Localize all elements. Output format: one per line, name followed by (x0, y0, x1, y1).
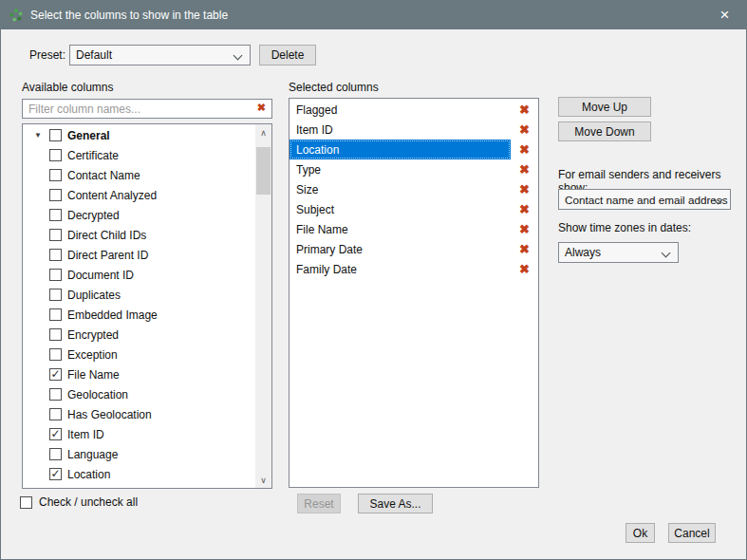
remove-column-icon[interactable]: ✖ (511, 120, 538, 140)
scroll-down-icon[interactable]: ∨ (255, 472, 271, 488)
dialog-title: Select the columns to show in the table (30, 9, 228, 22)
save-as-button[interactable]: Save As... (358, 494, 433, 513)
preset-value: Default (76, 48, 112, 62)
tree-item-row[interactable]: Direct Parent ID (23, 245, 255, 265)
item-checkbox[interactable] (49, 408, 62, 420)
tree-item-row[interactable]: Decrypted (23, 205, 255, 225)
remove-column-icon[interactable]: ✖ (511, 199, 538, 219)
clear-filter-icon[interactable]: ✖ (257, 102, 266, 114)
item-checkbox[interactable] (49, 149, 62, 161)
remove-column-icon[interactable]: ✖ (511, 179, 538, 199)
selected-columns-label: Selected columns (289, 81, 379, 94)
item-checkbox[interactable] (49, 388, 62, 401)
selected-column-label[interactable]: Family Date (289, 259, 511, 279)
tree-scrollbar[interactable]: ∧ ∨ (255, 124, 271, 488)
tree-item-row[interactable]: Embedded Image (23, 305, 255, 325)
cancel-button[interactable]: Cancel (668, 523, 716, 543)
move-up-button[interactable]: Move Up (558, 97, 651, 117)
preset-combobox[interactable]: Default (69, 45, 251, 65)
selected-column-label[interactable]: File Name (289, 219, 511, 239)
item-checkbox[interactable] (49, 209, 62, 221)
selected-column-row: Primary Date✖ (289, 239, 538, 259)
selected-column-row: Location✖ (289, 140, 538, 159)
timezone-combobox[interactable]: Always (558, 242, 679, 263)
move-down-button[interactable]: Move Down (558, 121, 651, 141)
check-uncheck-all-row[interactable]: Check / uncheck all (20, 495, 138, 509)
tree-group-row[interactable]: ▼General (23, 125, 255, 145)
selected-column-label[interactable]: Subject (289, 199, 511, 219)
item-checkbox[interactable] (49, 348, 62, 361)
title-bar: Select the columns to show in the table … (1, 1, 746, 29)
tree-item-row[interactable]: Contact Name (23, 165, 255, 185)
close-icon[interactable]: × (703, 1, 746, 29)
tree-item-row[interactable]: Content Analyzed (23, 185, 255, 205)
selected-column-label[interactable]: Size (289, 179, 511, 199)
filter-input[interactable] (22, 99, 272, 119)
item-checkbox[interactable] (49, 448, 62, 460)
expander-icon[interactable]: ▼ (34, 131, 49, 140)
selected-column-label[interactable]: Item ID (289, 120, 511, 140)
tree-item-row[interactable]: Document ID (23, 265, 255, 285)
item-checkbox[interactable] (49, 169, 62, 181)
ok-button[interactable]: Ok (626, 523, 655, 543)
check-uncheck-all-checkbox[interactable] (20, 496, 32, 509)
item-checkbox[interactable] (49, 308, 62, 321)
item-checkbox[interactable] (49, 129, 62, 141)
tree-item-label: Direct Child IDs (67, 229, 146, 242)
remove-column-icon[interactable]: ✖ (511, 100, 538, 120)
tree-item-row[interactable]: Geolocation (23, 384, 255, 404)
tree-item-row[interactable]: Certificate (23, 145, 255, 165)
selected-column-label[interactable]: Flagged (289, 100, 511, 120)
selected-column-label[interactable]: Location (289, 140, 511, 159)
delete-preset-button[interactable]: Delete (259, 45, 316, 65)
remove-column-icon[interactable]: ✖ (511, 259, 538, 279)
tree-item-row[interactable]: Language (23, 444, 255, 464)
remove-column-icon[interactable]: ✖ (511, 140, 538, 159)
item-checkbox[interactable]: ✓ (49, 468, 62, 480)
remove-column-icon[interactable]: ✖ (511, 219, 538, 239)
timezone-label: Show time zones in dates: (558, 221, 691, 234)
item-checkbox[interactable] (49, 229, 62, 241)
email-display-combobox[interactable]: Contact name and email address (558, 189, 731, 210)
selected-column-row: Size✖ (289, 179, 538, 199)
item-checkbox[interactable]: ✓ (49, 428, 62, 440)
timezone-value: Always (565, 246, 601, 259)
available-columns-label: Available columns (22, 81, 114, 94)
tree-item-row[interactable]: Direct Child IDs (23, 225, 255, 245)
tree-item-label: Exception (67, 348, 118, 362)
selected-column-label[interactable]: Type (289, 159, 511, 179)
selected-column-row: Type✖ (289, 159, 538, 179)
selected-column-row: Item ID✖ (289, 120, 538, 140)
remove-column-icon[interactable]: ✖ (511, 159, 538, 179)
scrollbar-thumb[interactable] (256, 147, 271, 195)
tree-item-label: Language (67, 448, 118, 461)
tree-item-row[interactable]: ✓Location (23, 464, 255, 484)
tree-item-label: Contact Name (67, 169, 140, 182)
email-display-value: Contact name and email address (565, 194, 728, 206)
app-logo-icon (9, 8, 24, 23)
item-checkbox[interactable] (49, 289, 62, 301)
tree-item-label: Content Analyzed (67, 189, 157, 202)
scroll-up-icon[interactable]: ∧ (255, 124, 271, 140)
tree-item-row[interactable]: Exception (23, 345, 255, 364)
item-checkbox[interactable] (49, 249, 62, 261)
tree-item-row[interactable]: ✓Item ID (23, 424, 255, 444)
preset-label: Preset: (29, 48, 65, 62)
chevron-down-icon (233, 51, 243, 61)
item-checkbox[interactable] (49, 328, 62, 341)
chevron-down-icon (662, 249, 671, 258)
remove-column-icon[interactable]: ✖ (511, 239, 538, 259)
selected-column-row: Subject✖ (289, 199, 538, 219)
item-checkbox[interactable] (49, 189, 62, 201)
selected-columns-list: Flagged✖Item ID✖Location✖Type✖Size✖Subje… (289, 98, 539, 488)
tree-item-label: Geolocation (67, 388, 128, 401)
tree-item-row[interactable]: ✓File Name (23, 364, 255, 384)
item-checkbox[interactable] (49, 269, 62, 281)
tree-item-row[interactable]: Encrypted (23, 325, 255, 345)
reset-button[interactable]: Reset (297, 494, 341, 513)
selected-column-label[interactable]: Primary Date (289, 239, 511, 259)
item-checkbox[interactable]: ✓ (49, 368, 62, 381)
tree-item-row[interactable]: Duplicates (23, 285, 255, 305)
filter-field-wrap: ✖ (22, 99, 272, 119)
tree-item-row[interactable]: Has Geolocation (23, 404, 255, 424)
